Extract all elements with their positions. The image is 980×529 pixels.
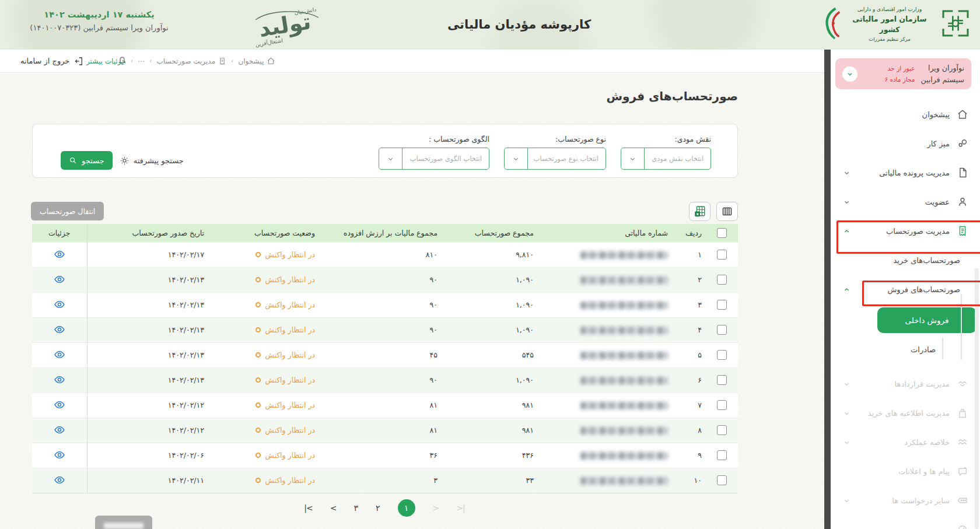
tax-id-cell xyxy=(542,418,676,443)
row-checkbox[interactable] xyxy=(717,250,727,260)
user-card-expand-button[interactable] xyxy=(842,66,858,82)
row-checkbox[interactable] xyxy=(717,350,727,360)
sidebar-item[interactable] xyxy=(831,515,980,529)
filter-select[interactable]: انتخاب نوع صورتحساب xyxy=(504,148,606,170)
filter-placeholder: انتخاب نوع صورتحساب xyxy=(528,148,606,169)
logout-button[interactable]: خروج از سامانه xyxy=(20,50,84,72)
bottom-cut-button[interactable] xyxy=(95,516,152,529)
status-dot-icon xyxy=(256,277,261,282)
row-checkbox[interactable] xyxy=(717,325,727,335)
sidebar-item[interactable]: پیشخوان xyxy=(831,100,980,129)
user-card[interactable]: نوآوران ویرا سیستم فرابین عبور از حد مجا… xyxy=(835,58,971,89)
pagination-prev-button[interactable]: < xyxy=(330,503,337,513)
column-header: ردیف xyxy=(676,224,710,242)
main-scrollbar[interactable] xyxy=(824,50,831,529)
filter-select[interactable]: انتخاب الگوی صورتحساب xyxy=(379,148,489,170)
eye-icon xyxy=(54,474,65,486)
invoice-total-cell: ۱,۰۹۰ xyxy=(446,292,542,317)
pagination-next-button[interactable]: > xyxy=(433,503,439,513)
row-checkbox[interactable] xyxy=(717,450,727,460)
filter-label: الگوی صورتحساب : xyxy=(379,135,489,143)
pagination-page-2[interactable]: ۲ xyxy=(376,503,380,513)
sidebar-item[interactable]: مدیریت صورتحساب xyxy=(831,216,980,246)
view-details-button[interactable] xyxy=(52,247,66,261)
row-checkbox[interactable] xyxy=(717,275,727,285)
sidebar-item[interactable]: میز کار xyxy=(831,129,980,158)
tax-id-cell xyxy=(542,317,676,342)
sidebar-item[interactable]: صورتحساب‌های فروش xyxy=(831,275,980,304)
status-cell: در انتظار واکنش xyxy=(212,242,323,267)
status-badge: در انتظار واکنش xyxy=(256,376,315,384)
status-label: در انتظار واکنش xyxy=(265,401,315,409)
user-card-warning: عبور از حد مجاز ماده ۶ xyxy=(863,63,915,85)
row-checkbox-cell xyxy=(710,267,738,292)
vat-total-cell: ۸۱۰ xyxy=(323,242,446,267)
sidebar-scrollbar[interactable] xyxy=(975,268,979,529)
table-row: ۶۱,۰۹۰۹۰در انتظار واکنش۱۴۰۲/۰۲/۱۳ xyxy=(32,367,738,393)
view-details-button[interactable] xyxy=(52,373,66,387)
sidebar-item[interactable]: صادرات xyxy=(831,339,980,360)
sidebar-item[interactable]: صورتحساب‌های خرید xyxy=(831,246,980,275)
row-checkbox[interactable] xyxy=(717,475,727,485)
pagination-last-button[interactable]: >| xyxy=(456,503,464,513)
columns-toggle-button[interactable] xyxy=(716,202,738,221)
export-excel-button[interactable]: x xyxy=(689,202,710,221)
pagination-page-3[interactable]: ۳ xyxy=(354,503,358,513)
row-checkbox-cell xyxy=(710,468,738,493)
details-cell xyxy=(32,367,87,393)
invoice-total-cell: ۴۳۶ xyxy=(446,443,542,468)
view-details-button[interactable] xyxy=(52,473,66,487)
tax-id-cell xyxy=(542,443,676,468)
view-details-button[interactable] xyxy=(52,448,66,462)
row-number-cell: ۱۰ xyxy=(676,468,710,493)
pagination-page-1-active[interactable]: ۱ xyxy=(398,499,415,517)
row-number-cell: ۴ xyxy=(676,317,710,342)
table-header-row: ردیفشماره مالیاتیمجموع صورتحسابمجموع مال… xyxy=(32,224,738,242)
search-button[interactable]: جستجو xyxy=(61,151,113,170)
eye-icon xyxy=(54,274,65,285)
user-name-line1: نوآوران ویرا xyxy=(921,62,964,73)
row-checkbox-cell xyxy=(710,393,738,418)
sidebar-item[interactable]: خلاصه عملکرد xyxy=(831,428,980,457)
view-details-button[interactable] xyxy=(52,323,66,337)
notification-bell-icon[interactable] xyxy=(117,55,128,69)
sidebar-item[interactable]: مدیریت اطلاعیه های خرید xyxy=(831,398,980,428)
view-details-button[interactable] xyxy=(52,297,66,311)
columns-icon xyxy=(721,205,733,218)
row-checkbox[interactable] xyxy=(717,400,727,410)
issue-date-cell: ۱۴۰۲/۰۲/۱۳ xyxy=(87,367,212,393)
sidebar-item[interactable]: مدیریت قراردادها xyxy=(831,369,980,398)
search-cluster: جستجو پیشرفته جستجو xyxy=(61,151,184,170)
page-title: صورتحساب‌های فروش xyxy=(607,89,738,103)
filter-select[interactable]: انتخاب نقش مودی xyxy=(621,148,711,170)
row-checkbox[interactable] xyxy=(717,300,727,310)
blurred-tax-id xyxy=(580,402,668,409)
tax-id-cell xyxy=(542,393,676,418)
view-details-button[interactable] xyxy=(52,398,66,412)
chevron-down-icon xyxy=(842,496,851,505)
view-details-button[interactable] xyxy=(52,423,66,437)
select-all-checkbox[interactable] xyxy=(717,228,727,238)
excel-icon: x xyxy=(694,205,706,218)
sidebar-item[interactable]: عضویت xyxy=(831,187,980,216)
sidebar: نوآوران ویرا سیستم فرابین عبور از حد مجا… xyxy=(831,50,980,529)
transfer-invoice-button[interactable]: انتقال صورتحساب xyxy=(31,202,104,220)
chevron-up-icon xyxy=(842,227,851,236)
issue-date-cell: ۱۴۰۲/۰۲/۱۱ xyxy=(87,468,212,493)
view-details-button[interactable] xyxy=(52,272,66,286)
filter-placeholder: انتخاب نقش مودی xyxy=(645,148,710,169)
pagination-first-button[interactable]: |< xyxy=(304,503,312,513)
sidebar-item[interactable]: مدیریت پرونده مالیاتی xyxy=(831,158,980,187)
status-dot-icon xyxy=(256,252,261,257)
sidebar-item-label: عضویت xyxy=(925,198,950,206)
row-checkbox[interactable] xyxy=(717,425,727,435)
view-details-button[interactable] xyxy=(52,348,66,362)
advanced-search-button[interactable]: جستجو پیشرفته xyxy=(120,156,184,166)
sidebar-item[interactable]: سایر درخواست ها xyxy=(831,486,980,515)
row-checkbox-cell xyxy=(710,317,738,342)
sidebar-item[interactable]: پیام ها و اعلانات xyxy=(831,457,980,486)
sidebar-item-label: مدیریت اطلاعیه های خرید xyxy=(868,409,950,418)
row-checkbox[interactable] xyxy=(717,375,727,385)
filter-group: نقش مودی:انتخاب نقش مودی xyxy=(621,135,711,170)
status-label: در انتظار واکنش xyxy=(265,376,315,384)
